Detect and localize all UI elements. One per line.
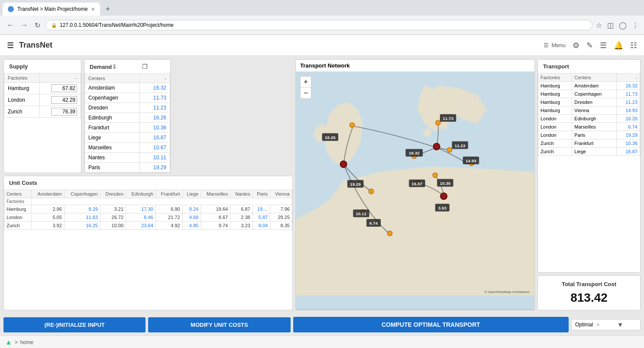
transport-value: 16.26: [617, 115, 640, 123]
dropdown-arrow-icon[interactable]: ▼: [617, 321, 637, 328]
bookmark-icon[interactable]: ☆: [596, 21, 602, 29]
unit-costs-table: Centers Amsterdam Copenhagen Dresden Edi…: [4, 190, 292, 230]
demand-center-name: Amsterdam: [85, 83, 140, 93]
main-content: Supply Factories - Hamburg London Zurich: [0, 56, 644, 314]
demand-value: 10.11: [140, 153, 170, 163]
transport-factory: London: [538, 131, 572, 139]
transport-row: Hamburg Vienna 14.93: [538, 106, 640, 115]
supply-panel: Supply Factories - Hamburg London Zurich: [3, 59, 81, 173]
unit-costs-header: Unit Costs: [4, 176, 292, 190]
url-text: 127.0.0.1:50604/TransNet/Main%20Project/…: [60, 22, 174, 28]
modify-button[interactable]: MODIFY UNIT COSTS: [148, 317, 290, 332]
costs-col-dresden: Dresden: [100, 190, 126, 198]
costs-cell: 9.74: [201, 222, 230, 230]
address-bar[interactable]: 🔒 127.0.0.1:50604/TransNet/Main%20Projec…: [45, 20, 592, 30]
transport-center: Liege: [572, 148, 617, 156]
demand-row: Dresden 11.23: [85, 103, 170, 113]
costs-cell: 3.21: [100, 205, 126, 213]
supply-factory-name: Hamburg: [4, 83, 40, 94]
hamburger-menu-icon[interactable]: ☰: [7, 41, 14, 50]
transport-factory: Hamburg: [538, 90, 572, 98]
map-svg: 16.32 11.73 16.26 11.23 14.93 19.29 16: [296, 72, 534, 309]
reload-button[interactable]: ↻: [33, 19, 42, 31]
menu-lines-icon: ☰: [544, 42, 549, 48]
costs-cell: 8.46: [126, 213, 156, 222]
tab-close-button[interactable]: ×: [91, 6, 95, 13]
zoom-in-button[interactable]: +: [300, 76, 311, 87]
new-tab-button[interactable]: +: [102, 3, 114, 15]
transport-col-factories: Factories: [538, 74, 572, 82]
transport-table: Factories Centers - Hamburg Amsterdam 16…: [538, 73, 640, 156]
costs-cell: 9.24: [182, 205, 201, 213]
browser-tab[interactable]: TransNet > Main Project/home ×: [3, 3, 100, 16]
clear-optimal-button[interactable]: ×: [596, 321, 616, 328]
costs-cell: 16.25: [64, 222, 100, 230]
svg-text:10.36: 10.36: [440, 181, 451, 186]
demand-row: Frankfurt 10.36: [85, 123, 170, 133]
transport-col-dash: -: [617, 74, 640, 82]
demand-center-name: Copenhagen: [85, 93, 140, 103]
optimal-select[interactable]: Optimal × ▼: [571, 319, 641, 330]
initialize-button[interactable]: (RE-)INITIALIZE INPUT: [3, 317, 146, 332]
costs-cell: 11.63: [64, 213, 100, 222]
transport-value: 16.87: [617, 148, 640, 156]
demand-center-name: Marseilles: [85, 143, 140, 153]
download-icon[interactable]: ⇓: [112, 63, 138, 70]
bell-icon[interactable]: 🔔: [614, 41, 623, 50]
transport-col-centers: Centers: [572, 74, 617, 82]
menu-button[interactable]: ☰ Menu: [544, 42, 566, 48]
transport-center: Dresden: [572, 98, 617, 106]
costs-col-vienna: Vienna: [270, 190, 292, 198]
bottom-bar: (RE-)INITIALIZE INPUT MODIFY UNIT COSTS …: [0, 314, 644, 335]
costs-row: Zurich3.9216.2510.0023.644.924.859.743.2…: [4, 222, 292, 230]
zoom-out-button[interactable]: −: [300, 87, 311, 99]
edit-icon[interactable]: ✎: [586, 41, 593, 50]
transport-value: 14.93: [617, 106, 640, 115]
transport-factory: Zurich: [538, 148, 572, 156]
account-icon[interactable]: ◯: [619, 21, 627, 29]
compute-button[interactable]: COMPUTE OPTIMAL TRANSPORT: [293, 317, 569, 332]
supply-value[interactable]: [39, 83, 81, 94]
supply-value[interactable]: [39, 106, 81, 118]
forward-button[interactable]: →: [19, 19, 29, 31]
demand-center-name: Nantes: [85, 153, 140, 163]
settings-icon[interactable]: ⚙: [573, 41, 579, 50]
home-logo-icon: ▲: [5, 338, 12, 346]
filter-icon[interactable]: ☷: [630, 41, 637, 50]
costs-col-amsterdam: Amsterdam: [32, 190, 65, 198]
transport-value: 19.29: [617, 131, 640, 139]
supply-row: London: [4, 94, 81, 106]
transport-factory: Hamburg: [538, 82, 572, 90]
zoom-controls: + −: [300, 76, 311, 99]
costs-col-edinburgh: Edinburgh: [126, 190, 156, 198]
transport-row: London Marseilles 6.74: [538, 123, 640, 131]
list-icon[interactable]: ☰: [600, 41, 607, 50]
back-button[interactable]: ←: [5, 19, 16, 31]
costs-factories-label: Factories: [4, 198, 32, 205]
cast-icon[interactable]: ◫: [607, 21, 614, 29]
transport-factory: Hamburg: [538, 106, 572, 115]
expand-icon[interactable]: ❐: [142, 63, 168, 70]
demand-row: Amsterdam 16.32: [85, 83, 170, 93]
breadcrumb-separator: >: [15, 339, 18, 345]
demand-row: Paris 19.29: [85, 163, 170, 173]
costs-col-nantes: Nantes: [230, 190, 253, 198]
costs-row: Hamburg2.968.293.2117.306.909.2419.646.8…: [4, 205, 292, 213]
transport-value: 11.73: [617, 90, 640, 98]
costs-col-copenhagen: Copenhagen: [64, 190, 100, 198]
demand-value: 10.36: [140, 123, 170, 133]
more-icon[interactable]: ⋮: [632, 21, 639, 29]
supply-value[interactable]: [39, 94, 81, 106]
costs-factory-name: London: [4, 213, 32, 222]
paris-dot: [369, 189, 374, 194]
demand-value: 11.23: [140, 103, 170, 113]
costs-cell: 5.87: [252, 213, 270, 222]
total-cost-value: 813.42: [543, 291, 635, 305]
svg-text:11.23: 11.23: [455, 143, 466, 148]
demand-row: Edinburgh 16.26: [85, 113, 170, 123]
costs-cell: 6.90: [155, 205, 182, 213]
costs-cell: 4.92: [155, 222, 182, 230]
transport-center: Copenhagen: [572, 90, 617, 98]
costs-cell: 6.87: [230, 205, 253, 213]
costs-cell: 7.96: [270, 205, 292, 213]
